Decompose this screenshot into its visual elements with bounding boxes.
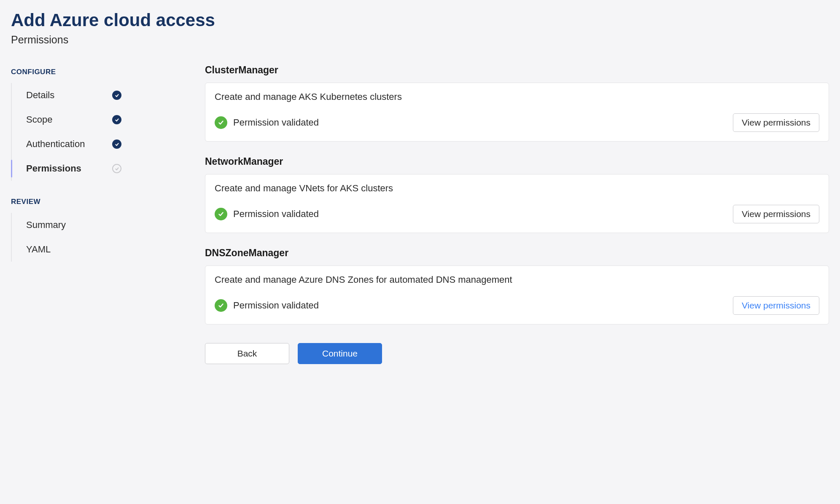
step-summary[interactable]: Summary xyxy=(12,213,121,237)
view-permissions-button[interactable]: View permissions xyxy=(733,205,819,223)
permission-card: Create and manage Azure DNS Zones for au… xyxy=(205,265,829,324)
permission-title: ClusterManager xyxy=(205,64,829,76)
check-icon xyxy=(112,91,121,100)
section-label-review: REVIEW xyxy=(11,198,205,206)
view-permissions-button[interactable]: View permissions xyxy=(733,113,819,132)
permission-section-dnszonemanager: DNSZoneManager Create and manage Azure D… xyxy=(205,247,829,324)
step-label: YAML xyxy=(26,244,51,255)
page-title: Add Azure cloud access xyxy=(11,10,829,30)
success-check-icon xyxy=(215,116,227,129)
main-content: ClusterManager Create and manage AKS Kub… xyxy=(205,64,829,364)
check-icon xyxy=(112,139,121,149)
permission-description: Create and manage VNets for AKS clusters xyxy=(215,183,819,194)
back-button[interactable]: Back xyxy=(205,343,289,364)
continue-button[interactable]: Continue xyxy=(298,343,382,364)
page-subtitle: Permissions xyxy=(11,34,829,46)
step-label: Details xyxy=(26,90,54,101)
step-list-review: Summary YAML xyxy=(11,213,205,262)
permission-card: Create and manage AKS Kubernetes cluster… xyxy=(205,83,829,142)
step-scope[interactable]: Scope xyxy=(12,107,121,132)
success-check-icon xyxy=(215,208,227,220)
step-authentication[interactable]: Authentication xyxy=(12,132,121,156)
step-label: Scope xyxy=(26,114,52,125)
permission-status-text: Permission validated xyxy=(233,300,319,311)
step-permissions[interactable]: Permissions xyxy=(12,156,121,181)
check-icon xyxy=(112,115,121,124)
step-list-configure: Details Scope Authentication Permissions xyxy=(11,83,205,181)
permission-card: Create and manage VNets for AKS clusters… xyxy=(205,174,829,233)
permission-title: NetworkManager xyxy=(205,156,829,167)
check-icon xyxy=(112,164,121,173)
permission-status: Permission validated xyxy=(215,116,319,129)
success-check-icon xyxy=(215,299,227,312)
permission-status: Permission validated xyxy=(215,299,319,312)
permission-description: Create and manage Azure DNS Zones for au… xyxy=(215,274,819,285)
permission-status-text: Permission validated xyxy=(233,209,319,220)
step-details[interactable]: Details xyxy=(12,83,121,107)
permission-description: Create and manage AKS Kubernetes cluster… xyxy=(215,91,819,102)
permission-title: DNSZoneManager xyxy=(205,247,829,259)
view-permissions-button[interactable]: View permissions xyxy=(733,296,819,315)
step-label: Summary xyxy=(26,220,66,231)
wizard-sidebar: CONFIGURE Details Scope Authentication xyxy=(11,64,205,364)
permission-section-networkmanager: NetworkManager Create and manage VNets f… xyxy=(205,156,829,233)
wizard-actions: Back Continue xyxy=(205,343,829,364)
permission-status: Permission validated xyxy=(215,208,319,220)
permission-status-text: Permission validated xyxy=(233,117,319,128)
permission-section-clustermanager: ClusterManager Create and manage AKS Kub… xyxy=(205,64,829,142)
step-yaml[interactable]: YAML xyxy=(12,237,121,262)
step-label: Authentication xyxy=(26,139,85,150)
step-label: Permissions xyxy=(26,163,81,174)
section-label-configure: CONFIGURE xyxy=(11,68,205,76)
